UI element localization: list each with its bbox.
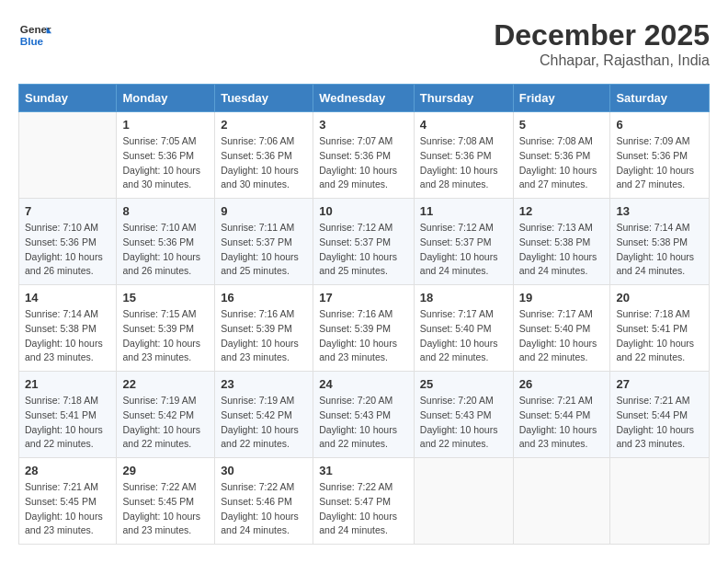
day-number: 29 bbox=[122, 464, 209, 477]
calendar-cell: 18Sunrise: 7:17 AMSunset: 5:40 PMDayligh… bbox=[414, 285, 513, 372]
day-info: Sunrise: 7:10 AMSunset: 5:36 PMDaylight:… bbox=[122, 221, 209, 279]
day-info: Sunrise: 7:19 AMSunset: 5:42 PMDaylight:… bbox=[221, 394, 307, 452]
calendar-cell: 28Sunrise: 7:21 AMSunset: 5:45 PMDayligh… bbox=[19, 458, 117, 545]
day-number: 24 bbox=[319, 377, 408, 391]
day-info: Sunrise: 7:08 AMSunset: 5:36 PMDaylight:… bbox=[420, 134, 507, 192]
day-info: Sunrise: 7:14 AMSunset: 5:38 PMDaylight:… bbox=[25, 307, 110, 365]
day-number: 11 bbox=[420, 204, 507, 218]
calendar-week-row: 14Sunrise: 7:14 AMSunset: 5:38 PMDayligh… bbox=[19, 285, 710, 372]
day-info: Sunrise: 7:08 AMSunset: 5:36 PMDaylight:… bbox=[519, 134, 605, 192]
calendar-cell bbox=[414, 458, 513, 545]
calendar-cell bbox=[610, 458, 710, 545]
day-info: Sunrise: 7:19 AMSunset: 5:42 PMDaylight:… bbox=[122, 394, 209, 452]
weekday-header: Thursday bbox=[414, 85, 513, 112]
day-info: Sunrise: 7:18 AMSunset: 5:41 PMDaylight:… bbox=[25, 394, 110, 452]
day-number: 16 bbox=[221, 291, 307, 304]
calendar-cell: 1Sunrise: 7:05 AMSunset: 5:36 PMDaylight… bbox=[117, 112, 215, 199]
day-info: Sunrise: 7:10 AMSunset: 5:36 PMDaylight:… bbox=[25, 221, 110, 279]
calendar-cell: 21Sunrise: 7:18 AMSunset: 5:41 PMDayligh… bbox=[19, 372, 117, 458]
day-info: Sunrise: 7:11 AMSunset: 5:37 PMDaylight:… bbox=[221, 221, 307, 279]
location: Chhapar, Rajasthan, India bbox=[494, 52, 710, 69]
day-number: 1 bbox=[122, 118, 209, 132]
calendar-cell: 26Sunrise: 7:21 AMSunset: 5:44 PMDayligh… bbox=[513, 372, 610, 458]
day-number: 6 bbox=[616, 118, 703, 132]
day-number: 12 bbox=[519, 204, 605, 218]
calendar-cell: 29Sunrise: 7:22 AMSunset: 5:45 PMDayligh… bbox=[117, 458, 215, 545]
calendar-week-row: 7Sunrise: 7:10 AMSunset: 5:36 PMDaylight… bbox=[19, 199, 710, 285]
calendar-week-row: 28Sunrise: 7:21 AMSunset: 5:45 PMDayligh… bbox=[19, 458, 710, 545]
svg-text:Blue: Blue bbox=[20, 35, 44, 47]
calendar-cell: 3Sunrise: 7:07 AMSunset: 5:36 PMDaylight… bbox=[313, 112, 415, 199]
calendar-cell bbox=[513, 458, 610, 545]
weekday-header: Tuesday bbox=[215, 85, 313, 112]
calendar-cell: 17Sunrise: 7:16 AMSunset: 5:39 PMDayligh… bbox=[313, 285, 415, 372]
day-info: Sunrise: 7:15 AMSunset: 5:39 PMDaylight:… bbox=[122, 307, 209, 365]
calendar-cell: 4Sunrise: 7:08 AMSunset: 5:36 PMDaylight… bbox=[414, 112, 513, 199]
calendar-cell: 9Sunrise: 7:11 AMSunset: 5:37 PMDaylight… bbox=[215, 199, 313, 285]
weekday-header: Wednesday bbox=[313, 85, 415, 112]
weekday-header: Sunday bbox=[19, 85, 117, 112]
calendar-cell: 6Sunrise: 7:09 AMSunset: 5:36 PMDaylight… bbox=[610, 112, 710, 199]
day-number: 19 bbox=[519, 291, 605, 304]
day-number: 5 bbox=[519, 118, 605, 132]
calendar-cell: 22Sunrise: 7:19 AMSunset: 5:42 PMDayligh… bbox=[117, 372, 215, 458]
calendar-cell: 13Sunrise: 7:14 AMSunset: 5:38 PMDayligh… bbox=[610, 199, 710, 285]
day-info: Sunrise: 7:14 AMSunset: 5:38 PMDaylight:… bbox=[616, 221, 703, 279]
weekday-header: Friday bbox=[513, 85, 610, 112]
day-number: 26 bbox=[519, 377, 605, 391]
calendar-cell: 15Sunrise: 7:15 AMSunset: 5:39 PMDayligh… bbox=[117, 285, 215, 372]
calendar-cell: 19Sunrise: 7:17 AMSunset: 5:40 PMDayligh… bbox=[513, 285, 610, 372]
calendar-header: SundayMondayTuesdayWednesdayThursdayFrid… bbox=[19, 85, 710, 112]
calendar-cell: 25Sunrise: 7:20 AMSunset: 5:43 PMDayligh… bbox=[414, 372, 513, 458]
calendar-cell bbox=[19, 112, 117, 199]
title-block: December 2025 Chhapar, Rajasthan, India bbox=[494, 18, 710, 69]
calendar-cell: 8Sunrise: 7:10 AMSunset: 5:36 PMDaylight… bbox=[117, 199, 215, 285]
day-info: Sunrise: 7:07 AMSunset: 5:36 PMDaylight:… bbox=[319, 134, 408, 192]
calendar-cell: 11Sunrise: 7:12 AMSunset: 5:37 PMDayligh… bbox=[414, 199, 513, 285]
day-number: 13 bbox=[616, 204, 703, 218]
day-number: 27 bbox=[616, 377, 703, 391]
day-number: 23 bbox=[221, 377, 307, 391]
day-number: 17 bbox=[319, 291, 408, 304]
calendar-week-row: 1Sunrise: 7:05 AMSunset: 5:36 PMDaylight… bbox=[19, 112, 710, 199]
weekday-header: Monday bbox=[117, 85, 215, 112]
calendar-cell: 20Sunrise: 7:18 AMSunset: 5:41 PMDayligh… bbox=[610, 285, 710, 372]
day-number: 31 bbox=[319, 464, 408, 477]
day-info: Sunrise: 7:09 AMSunset: 5:36 PMDaylight:… bbox=[616, 134, 703, 192]
day-number: 4 bbox=[420, 118, 507, 132]
day-info: Sunrise: 7:05 AMSunset: 5:36 PMDaylight:… bbox=[122, 134, 209, 192]
day-info: Sunrise: 7:06 AMSunset: 5:36 PMDaylight:… bbox=[221, 134, 307, 192]
weekday-header: Saturday bbox=[610, 85, 710, 112]
day-number: 30 bbox=[221, 464, 307, 477]
day-info: Sunrise: 7:21 AMSunset: 5:44 PMDaylight:… bbox=[519, 394, 605, 452]
calendar-cell: 7Sunrise: 7:10 AMSunset: 5:36 PMDaylight… bbox=[19, 199, 117, 285]
day-info: Sunrise: 7:22 AMSunset: 5:47 PMDaylight:… bbox=[319, 480, 408, 538]
day-info: Sunrise: 7:22 AMSunset: 5:46 PMDaylight:… bbox=[221, 480, 307, 538]
day-number: 7 bbox=[25, 204, 110, 218]
day-number: 15 bbox=[122, 291, 209, 304]
day-number: 14 bbox=[25, 291, 110, 304]
day-info: Sunrise: 7:21 AMSunset: 5:45 PMDaylight:… bbox=[25, 480, 110, 538]
day-number: 9 bbox=[221, 204, 307, 218]
day-info: Sunrise: 7:13 AMSunset: 5:38 PMDaylight:… bbox=[519, 221, 605, 279]
day-info: Sunrise: 7:17 AMSunset: 5:40 PMDaylight:… bbox=[420, 307, 507, 365]
day-info: Sunrise: 7:20 AMSunset: 5:43 PMDaylight:… bbox=[319, 394, 408, 452]
calendar-cell: 10Sunrise: 7:12 AMSunset: 5:37 PMDayligh… bbox=[313, 199, 415, 285]
calendar-cell: 16Sunrise: 7:16 AMSunset: 5:39 PMDayligh… bbox=[215, 285, 313, 372]
day-info: Sunrise: 7:22 AMSunset: 5:45 PMDaylight:… bbox=[122, 480, 209, 538]
day-info: Sunrise: 7:18 AMSunset: 5:41 PMDaylight:… bbox=[616, 307, 703, 365]
day-info: Sunrise: 7:21 AMSunset: 5:44 PMDaylight:… bbox=[616, 394, 703, 452]
calendar-cell: 24Sunrise: 7:20 AMSunset: 5:43 PMDayligh… bbox=[313, 372, 415, 458]
logo: General Blue bbox=[18, 18, 51, 52]
day-number: 2 bbox=[221, 118, 307, 132]
calendar-table: SundayMondayTuesdayWednesdayThursdayFrid… bbox=[18, 84, 710, 545]
calendar-cell: 30Sunrise: 7:22 AMSunset: 5:46 PMDayligh… bbox=[215, 458, 313, 545]
day-info: Sunrise: 7:12 AMSunset: 5:37 PMDaylight:… bbox=[420, 221, 507, 279]
calendar-cell: 12Sunrise: 7:13 AMSunset: 5:38 PMDayligh… bbox=[513, 199, 610, 285]
day-number: 20 bbox=[616, 291, 703, 304]
day-number: 28 bbox=[25, 464, 110, 477]
day-number: 25 bbox=[420, 377, 507, 391]
calendar-cell: 27Sunrise: 7:21 AMSunset: 5:44 PMDayligh… bbox=[610, 372, 710, 458]
day-number: 3 bbox=[319, 118, 408, 132]
day-number: 21 bbox=[25, 377, 110, 391]
